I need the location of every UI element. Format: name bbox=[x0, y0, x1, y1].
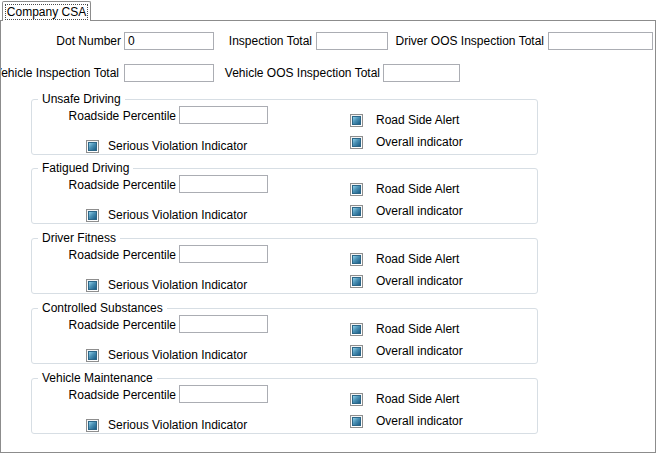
group-controlled-substances: Controlled Substances Roadside Percentil… bbox=[31, 308, 538, 364]
roadside-percentile-label: Roadside Percentile bbox=[42, 109, 176, 124]
vehicle-oos-inspection-total-label: Vehicle OOS Inspection Total bbox=[220, 66, 380, 81]
driver-oos-inspection-total-input[interactable] bbox=[548, 32, 653, 50]
group-title: Driver Fitness bbox=[38, 231, 120, 246]
road-side-alert-label: Road Side Alert bbox=[376, 392, 459, 407]
roadside-percentile-input[interactable] bbox=[179, 175, 268, 193]
roadside-percentile-label: Roadside Percentile bbox=[42, 388, 176, 403]
road-side-alert-label: Road Side Alert bbox=[376, 113, 459, 128]
serious-violation-indicator-label: Serious Violation Indicator bbox=[108, 348, 247, 363]
group-driver-fitness: Driver Fitness Roadside Percentile Road … bbox=[31, 238, 538, 294]
dot-number-input[interactable] bbox=[124, 32, 214, 50]
driver-oos-inspection-total-label: Driver OOS Inspection Total bbox=[384, 34, 544, 49]
serious-violation-indicator-checkbox[interactable] bbox=[86, 279, 99, 292]
tab-page: Dot Number Inspection Total Driver OOS I… bbox=[0, 20, 656, 453]
checkbox-fill-icon bbox=[352, 395, 361, 404]
checkbox-fill-icon bbox=[88, 142, 97, 151]
checkbox-fill-icon bbox=[88, 351, 97, 360]
serious-violation-indicator-label: Serious Violation Indicator bbox=[108, 139, 247, 154]
road-side-alert-label: Road Side Alert bbox=[376, 322, 459, 337]
group-vehicle-maintenance: Vehicle Maintenance Roadside Percentile … bbox=[31, 378, 538, 434]
company-csa-form: Company CSA Dot Number Inspection Total … bbox=[0, 0, 658, 456]
serious-violation-indicator-checkbox[interactable] bbox=[86, 349, 99, 362]
road-side-alert-checkbox[interactable] bbox=[350, 183, 363, 196]
checkbox-fill-icon bbox=[352, 347, 361, 356]
group-fatigued-driving: Fatigued Driving Roadside Percentile Roa… bbox=[31, 168, 538, 224]
group-title: Unsafe Driving bbox=[38, 92, 125, 107]
road-side-alert-label: Road Side Alert bbox=[376, 182, 459, 197]
overall-indicator-checkbox[interactable] bbox=[350, 345, 363, 358]
checkbox-fill-icon bbox=[352, 417, 361, 426]
checkbox-fill-icon bbox=[352, 207, 361, 216]
checkbox-fill-icon bbox=[352, 255, 361, 264]
roadside-percentile-label: Roadside Percentile bbox=[42, 248, 176, 263]
inspection-total-label: Inspection Total bbox=[212, 34, 312, 49]
checkbox-fill-icon bbox=[352, 325, 361, 334]
group-title: Controlled Substances bbox=[38, 301, 167, 316]
overall-indicator-checkbox[interactable] bbox=[350, 136, 363, 149]
road-side-alert-label: Road Side Alert bbox=[376, 252, 459, 267]
inspection-total-input[interactable] bbox=[316, 32, 388, 50]
checkbox-fill-icon bbox=[88, 421, 97, 430]
overall-indicator-checkbox[interactable] bbox=[350, 275, 363, 288]
tab-label: Company CSA bbox=[7, 5, 86, 20]
overall-indicator-label: Overall indicator bbox=[376, 274, 463, 289]
checkbox-fill-icon bbox=[352, 116, 361, 125]
vehicle-inspection-total-label: Vehicle Inspection Total bbox=[0, 66, 119, 81]
roadside-percentile-input[interactable] bbox=[179, 385, 268, 403]
group-title: Vehicle Maintenance bbox=[38, 371, 157, 386]
serious-violation-indicator-label: Serious Violation Indicator bbox=[108, 418, 247, 433]
checkbox-fill-icon bbox=[88, 281, 97, 290]
serious-violation-indicator-label: Serious Violation Indicator bbox=[108, 278, 247, 293]
group-unsafe-driving: Unsafe Driving Roadside Percentile Road … bbox=[31, 99, 538, 155]
road-side-alert-checkbox[interactable] bbox=[350, 323, 363, 336]
checkbox-fill-icon bbox=[88, 211, 97, 220]
overall-indicator-label: Overall indicator bbox=[376, 204, 463, 219]
roadside-percentile-input[interactable] bbox=[179, 315, 268, 333]
overall-indicator-label: Overall indicator bbox=[376, 344, 463, 359]
road-side-alert-checkbox[interactable] bbox=[350, 114, 363, 127]
serious-violation-indicator-checkbox[interactable] bbox=[86, 140, 99, 153]
road-side-alert-checkbox[interactable] bbox=[350, 253, 363, 266]
checkbox-fill-icon bbox=[352, 185, 361, 194]
dot-number-label: Dot Number bbox=[41, 34, 121, 49]
overall-indicator-label: Overall indicator bbox=[376, 414, 463, 429]
overall-indicator-checkbox[interactable] bbox=[350, 205, 363, 218]
overall-indicator-checkbox[interactable] bbox=[350, 415, 363, 428]
checkbox-fill-icon bbox=[352, 138, 361, 147]
overall-indicator-label: Overall indicator bbox=[376, 135, 463, 150]
tab-focus-rect: Company CSA bbox=[5, 4, 88, 20]
vehicle-inspection-total-input[interactable] bbox=[124, 64, 214, 82]
roadside-percentile-label: Roadside Percentile bbox=[42, 318, 176, 333]
roadside-percentile-input[interactable] bbox=[179, 106, 268, 124]
checkbox-fill-icon bbox=[352, 277, 361, 286]
serious-violation-indicator-checkbox[interactable] bbox=[86, 419, 99, 432]
road-side-alert-checkbox[interactable] bbox=[350, 393, 363, 406]
vehicle-oos-inspection-total-input[interactable] bbox=[383, 64, 460, 82]
serious-violation-indicator-label: Serious Violation Indicator bbox=[108, 208, 247, 223]
tab-company-csa[interactable]: Company CSA bbox=[2, 1, 91, 21]
group-title: Fatigued Driving bbox=[38, 161, 133, 176]
serious-violation-indicator-checkbox[interactable] bbox=[86, 209, 99, 222]
roadside-percentile-input[interactable] bbox=[179, 245, 268, 263]
roadside-percentile-label: Roadside Percentile bbox=[42, 178, 176, 193]
